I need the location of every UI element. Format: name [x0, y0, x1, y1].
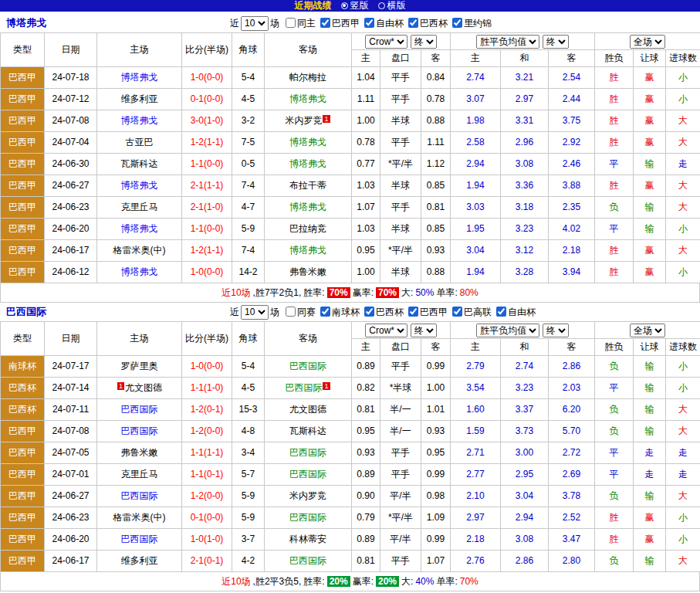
- checkbox-input[interactable]: [496, 307, 506, 317]
- score-link[interactable]: 1-1(1-0): [182, 378, 232, 399]
- team-name-link[interactable]: 布拉干蒂: [289, 180, 326, 191]
- score-link[interactable]: 1-2(0-1): [182, 399, 232, 421]
- league-type-cell: 巴西甲: [1, 197, 45, 219]
- team-name-link[interactable]: 巴西国际: [289, 555, 326, 566]
- checkbox-input[interactable]: [364, 307, 374, 317]
- team-name-link[interactable]: 巴西国际: [121, 425, 158, 436]
- radio-horizontal[interactable]: 横版: [378, 0, 406, 11]
- filter-league-checkbox[interactable]: 巴高联: [448, 307, 492, 317]
- team-name-link[interactable]: 克里丘马: [121, 202, 158, 212]
- score-link[interactable]: 2-1(0-1): [182, 551, 232, 572]
- score-link[interactable]: 1-2(1-1): [182, 132, 232, 154]
- scope-select[interactable]: 全场: [630, 35, 665, 49]
- team-name-link[interactable]: 博塔弗戈: [289, 93, 326, 104]
- checkbox-input[interactable]: [286, 307, 296, 317]
- scope-select[interactable]: 全场: [630, 324, 665, 337]
- team-name-link[interactable]: 罗萨里奥: [121, 361, 158, 371]
- team-name-link[interactable]: 博塔弗戈: [289, 158, 326, 169]
- checkbox-input[interactable]: [408, 18, 418, 28]
- team-name-link[interactable]: 巴西国际: [289, 361, 326, 371]
- team-name-link[interactable]: 博塔弗戈: [121, 72, 158, 83]
- avg-final-select[interactable]: 终: [543, 324, 569, 337]
- team-name-link[interactable]: 巴西国际: [289, 447, 326, 458]
- avg-final-select[interactable]: 终: [543, 35, 569, 49]
- checkbox-input[interactable]: [452, 307, 462, 317]
- score-link[interactable]: 0-1(0-0): [182, 89, 232, 110]
- filter-league-checkbox[interactable]: 自由杯: [360, 18, 404, 29]
- team-name-link[interactable]: 维多利亚: [121, 555, 158, 566]
- score-link[interactable]: 1-2(1-1): [182, 240, 232, 262]
- filter-league-checkbox[interactable]: 里约锦: [448, 18, 492, 29]
- handicap-result-cell: 走: [634, 442, 666, 464]
- score-link[interactable]: 1-2(0-0): [182, 421, 232, 442]
- team-name-link[interactable]: 瓦斯科达: [289, 425, 326, 436]
- score-link[interactable]: 1-2(0-0): [182, 486, 232, 507]
- team-name-link[interactable]: 尤文图德: [125, 382, 162, 393]
- radio-vertical[interactable]: 竖版: [341, 0, 369, 11]
- team-name-link[interactable]: 巴西国际: [289, 512, 326, 523]
- filter-league-checkbox[interactable]: 巴西甲: [316, 18, 360, 29]
- checkbox-input[interactable]: [320, 18, 330, 28]
- score-link[interactable]: 2-1(1-0): [182, 197, 232, 219]
- score-link[interactable]: 0-1(0-0): [182, 507, 232, 529]
- team-name-link[interactable]: 博塔弗戈: [121, 180, 158, 191]
- team-name-link[interactable]: 科林蒂安: [289, 534, 326, 544]
- team-name-link[interactable]: 维多利亚: [121, 93, 158, 104]
- score-link[interactable]: 1-0(0-0): [182, 356, 232, 378]
- score-link[interactable]: 2-1(1-1): [182, 175, 232, 197]
- team-name-link[interactable]: 帕尔梅拉: [289, 72, 326, 83]
- checkbox-input[interactable]: [320, 307, 330, 317]
- recent-count-select[interactable]: 10: [241, 305, 269, 320]
- team-name-link[interactable]: 巴西国际: [121, 404, 158, 415]
- team-name-link[interactable]: 尤文图德: [289, 404, 326, 415]
- team-name-link[interactable]: 古亚巴: [126, 137, 154, 147]
- team-name-link[interactable]: 博塔弗戈: [289, 137, 326, 147]
- score-link[interactable]: 1-0(0-0): [182, 67, 232, 89]
- filter-league-checkbox[interactable]: 巴西杯: [404, 18, 448, 29]
- score-link[interactable]: 1-0(1-0): [182, 529, 232, 551]
- team-name-link[interactable]: 瓦斯科达: [121, 158, 158, 169]
- checkbox-input[interactable]: [452, 18, 462, 28]
- checkbox-input[interactable]: [364, 18, 374, 28]
- filter-league-checkbox[interactable]: 巴西甲: [404, 307, 448, 317]
- team-name-link[interactable]: 巴西国际: [121, 534, 158, 544]
- team-name-link[interactable]: 博塔弗戈: [289, 245, 326, 256]
- team-name-link[interactable]: 博塔弗戈: [121, 223, 158, 234]
- filter-league-checkbox[interactable]: 自由杯: [492, 307, 536, 317]
- recent-count-select[interactable]: 10: [241, 16, 269, 31]
- checkbox-input[interactable]: [408, 307, 418, 317]
- team-name-link[interactable]: 米内罗竞: [289, 490, 326, 501]
- filter-same-checkbox[interactable]: 同赛: [281, 307, 316, 317]
- checkbox-input[interactable]: [286, 18, 296, 28]
- team-name-link[interactable]: 格雷米奥(中): [113, 512, 166, 523]
- team-name-link[interactable]: 巴拉纳竞: [289, 223, 326, 234]
- col-handicap-result: 让球: [634, 339, 666, 356]
- team-name-link[interactable]: 弗鲁米嫩: [289, 266, 326, 277]
- team-name-link[interactable]: 巴西国际: [285, 382, 322, 393]
- team-name-link[interactable]: 博塔弗戈: [289, 202, 326, 212]
- team-name-link[interactable]: 米内罗竞: [285, 115, 322, 126]
- team-name-link[interactable]: 格雷米奥(中): [113, 245, 166, 256]
- team-name-link[interactable]: 巴西国际: [289, 469, 326, 479]
- team-name-link[interactable]: 博塔弗戈: [121, 115, 158, 126]
- team-name-link[interactable]: 克里丘马: [121, 469, 158, 479]
- filter-league-checkbox[interactable]: 南球杯: [316, 307, 360, 317]
- odds-final-select[interactable]: 终: [411, 324, 437, 337]
- team-name-link[interactable]: 巴西国际: [121, 490, 158, 501]
- score-link[interactable]: 1-1(0-0): [182, 154, 232, 175]
- score-link[interactable]: 3-0(1-0): [182, 110, 232, 132]
- filter-same-checkbox[interactable]: 同主: [281, 18, 316, 29]
- team-name-link[interactable]: 博塔弗戈: [121, 266, 158, 277]
- score-link[interactable]: 1-0(0-0): [182, 262, 232, 283]
- goals-result-cell: 小: [666, 262, 700, 283]
- score-link[interactable]: 1-1(1-1): [182, 442, 232, 464]
- filter-league-checkbox[interactable]: 巴西杯: [360, 307, 404, 317]
- avg-type-select[interactable]: 胜平负均值: [476, 35, 539, 49]
- score-link[interactable]: 1-1(0-1): [182, 464, 232, 486]
- odds-company-select[interactable]: Crow*: [365, 324, 407, 337]
- odds-final-select[interactable]: 终: [411, 35, 437, 49]
- team-name-link[interactable]: 弗鲁米嫩: [121, 447, 158, 458]
- avg-type-select[interactable]: 胜平负均值: [476, 324, 539, 337]
- odds-company-select[interactable]: Crow*: [365, 35, 407, 49]
- score-link[interactable]: 1-1(0-0): [182, 219, 232, 240]
